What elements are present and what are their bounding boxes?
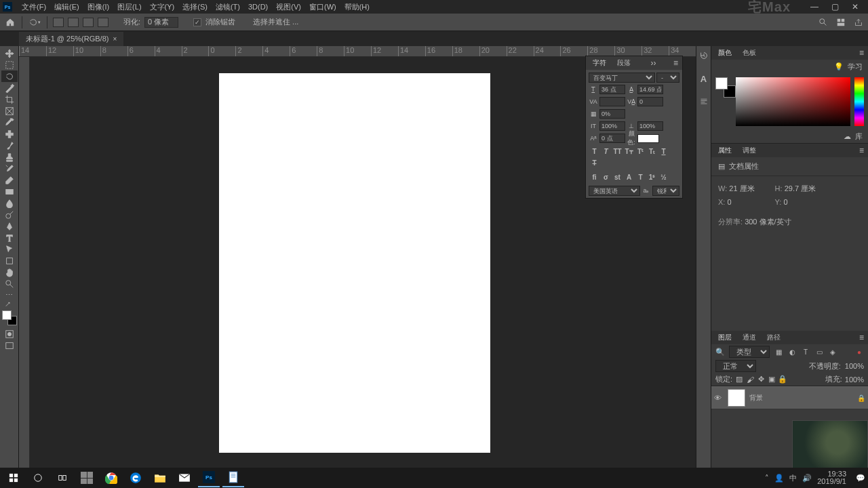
select-and-mask-button[interactable]: 选择并遮住 ...	[253, 17, 298, 27]
lock-pixels-icon[interactable]: 🖌	[746, 375, 754, 384]
selection-add-button[interactable]	[68, 18, 79, 27]
path-selection-tool[interactable]	[1, 243, 18, 255]
bold-button[interactable]: T	[589, 146, 599, 157]
learn-label[interactable]: 学习	[848, 62, 863, 72]
font-size-input[interactable]	[599, 85, 625, 94]
filter-adjust-icon[interactable]: ◐	[787, 347, 797, 357]
language-select[interactable]: 美国英语	[589, 186, 640, 196]
panel-fg-swatch[interactable]	[715, 77, 728, 89]
filter-type-icon[interactable]: T	[801, 347, 810, 357]
foreground-swatch[interactable]	[2, 310, 12, 320]
hand-tool[interactable]	[1, 266, 18, 278]
properties-panel-menu-icon[interactable]: ≡	[859, 146, 864, 155]
filter-toggle-icon[interactable]: ●	[854, 347, 864, 357]
lock-artboard-icon[interactable]: ▣	[768, 375, 776, 384]
lock-all-icon[interactable]: 🔒	[778, 375, 787, 384]
history-brush-tool[interactable]	[1, 163, 18, 174]
task-view-button[interactable]	[52, 468, 73, 487]
vscale-input[interactable]	[599, 121, 625, 131]
lock-position-icon[interactable]: ✥	[757, 375, 765, 384]
tab-properties[interactable]: 属性	[715, 144, 734, 157]
smallcaps-button[interactable]: Tᴛ	[624, 146, 634, 157]
home-icon[interactable]	[4, 16, 16, 28]
eraser-tool[interactable]	[1, 174, 18, 186]
panel-color-swatches[interactable]	[715, 77, 732, 94]
blur-tool[interactable]	[1, 197, 18, 209]
start-button[interactable]	[3, 468, 24, 487]
taskbar-explorer[interactable]	[149, 468, 171, 487]
baseline-input[interactable]	[599, 134, 625, 143]
menu-image[interactable]: 图像(I)	[83, 2, 113, 12]
zoom-tool[interactable]	[1, 278, 18, 289]
brush-tool[interactable]	[1, 140, 18, 151]
menu-filter[interactable]: 滤镜(T)	[212, 2, 244, 12]
move-tool[interactable]	[1, 47, 18, 59]
menu-help[interactable]: 帮助(H)	[340, 2, 374, 12]
tracking-input[interactable]	[637, 97, 663, 106]
menu-window[interactable]: 窗口(W)	[305, 2, 340, 12]
library-label[interactable]: 库	[855, 131, 863, 142]
shape-tool[interactable]	[1, 255, 18, 266]
swap-swatch-icon[interactable]	[1, 301, 18, 308]
selection-subtract-button[interactable]	[83, 18, 94, 27]
fractions-button[interactable]: ½	[658, 172, 669, 182]
paragraph-panel-icon[interactable]	[698, 96, 709, 107]
healing-tool[interactable]	[1, 128, 18, 140]
opacity-value[interactable]: 100%	[845, 362, 864, 370]
ligature-fi-button[interactable]: fi	[589, 172, 599, 182]
swash-button[interactable]: A	[624, 172, 634, 182]
stamp-tool[interactable]	[1, 151, 18, 163]
tab-paragraph[interactable]: 段落	[614, 57, 633, 69]
taskbar-app-1[interactable]	[76, 468, 98, 487]
scale-pct-input[interactable]	[599, 109, 625, 119]
menu-select[interactable]: 选择(S)	[178, 2, 212, 12]
selection-new-button[interactable]	[53, 18, 64, 27]
crop-tool[interactable]	[1, 94, 18, 105]
marquee-tool[interactable]	[1, 59, 18, 70]
feather-input[interactable]	[144, 17, 178, 28]
taskbar-photoshop[interactable]: Ps	[198, 468, 220, 487]
filter-search-icon[interactable]: 🔍	[715, 348, 725, 357]
document-tab-close-icon[interactable]: ×	[113, 35, 117, 43]
tab-color[interactable]: 颜色	[715, 47, 734, 59]
lasso-tool[interactable]	[1, 70, 18, 82]
subscript-button[interactable]: Tₜ	[647, 146, 657, 157]
pen-tool[interactable]	[1, 220, 18, 232]
filter-pixel-icon[interactable]: ▦	[774, 347, 783, 357]
titling-button[interactable]: T	[635, 172, 646, 182]
selection-intersect-button[interactable]	[98, 18, 108, 27]
menu-type[interactable]: 文字(Y)	[146, 2, 179, 12]
tab-swatches[interactable]: 色板	[740, 47, 759, 59]
kerning-input[interactable]	[599, 97, 625, 106]
taskbar-mail[interactable]	[174, 468, 195, 487]
search-icon[interactable]	[818, 17, 829, 28]
history-panel-icon[interactable]	[698, 50, 709, 61]
tab-character[interactable]: 字符	[590, 57, 609, 69]
hscale-input[interactable]	[637, 121, 663, 131]
blend-mode-select[interactable]: 正常	[715, 360, 756, 372]
ordinals-button[interactable]: 1ˢ	[647, 172, 657, 182]
action-center-icon[interactable]: 💬	[856, 474, 865, 483]
text-color-swatch[interactable]	[637, 134, 659, 143]
color-picker-field[interactable]	[736, 77, 850, 126]
document-tab[interactable]: 未标题-1 @ 25%(RGB/8) ×	[19, 32, 123, 46]
close-button[interactable]: ✕	[845, 1, 865, 13]
tab-layers[interactable]: 图层	[715, 331, 734, 344]
frame-tool[interactable]	[1, 105, 18, 117]
lasso-tool-icon[interactable]: ▾	[28, 16, 41, 28]
ligature-button[interactable]: σ	[601, 172, 611, 182]
underline-button[interactable]: T	[658, 146, 669, 157]
filter-shape-icon[interactable]: ▭	[814, 347, 824, 357]
character-panel[interactable]: 字符 段落 ›› ≡ 百变马丁- T̲ A̲ VA VA̲ ▦ IT ⊥ Aª …	[585, 56, 683, 199]
italic-button[interactable]: T	[601, 146, 611, 157]
tray-chevron-icon[interactable]: ˄	[765, 474, 769, 483]
layer-thumbnail[interactable]	[728, 389, 745, 407]
tray-volume-icon[interactable]: 🔊	[802, 474, 812, 483]
strikethrough-button[interactable]: T	[589, 158, 599, 168]
fill-value[interactable]: 100%	[845, 375, 864, 384]
menu-edit[interactable]: 编辑(E)	[50, 2, 83, 12]
layer-row-background[interactable]: 👁 背景 🔒	[711, 386, 868, 409]
layer-filter-type-select[interactable]: 类型	[729, 346, 770, 358]
color-panel-menu-icon[interactable]: ≡	[859, 48, 864, 58]
font-family-select[interactable]: 百变马丁	[589, 73, 655, 83]
